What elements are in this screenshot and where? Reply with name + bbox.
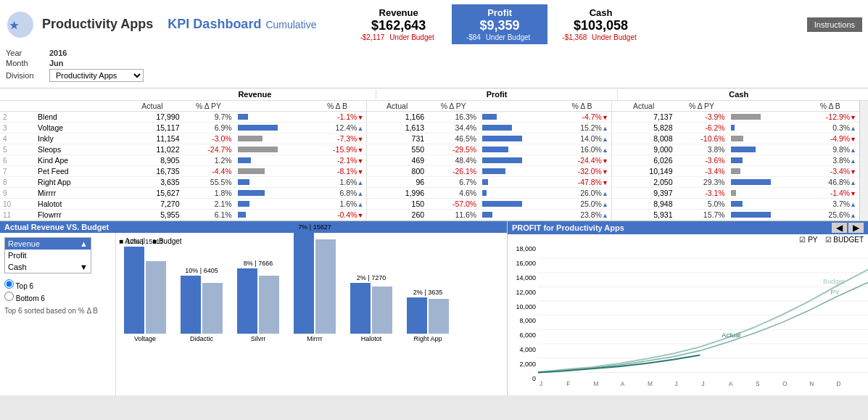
instructions-button[interactable]: Instructions — [807, 17, 862, 32]
month-label: Month — [6, 59, 49, 67]
revenue-metric: Revenue $162,643 -$2,117 Under Budget — [345, 4, 451, 44]
cash-b: -12.9%▼ — [801, 112, 859, 123]
cash-delta-value: -$1,368 — [562, 33, 587, 41]
bottom6-radio-label[interactable]: Bottom 6 — [4, 292, 111, 302]
table-row: 2 Blend 17,990 9.7% -1.1%▼ 1,166 16.3% -… — [0, 112, 859, 123]
profit-label: Profit — [466, 7, 534, 18]
bottom6-radio[interactable] — [4, 292, 14, 301]
rev-py: 2.1% — [183, 199, 235, 210]
cash-py: 5.0% — [675, 199, 727, 210]
cash-bar — [728, 133, 801, 144]
table-row: 3 Voltage 15,117 6.9% 12.4%▲ 1,613 34.4%… — [0, 123, 859, 133]
table-row: 6 Kind Ape 8,905 1.2% -2.1%▼ 469 48.4% -… — [0, 155, 859, 166]
pro-bar — [479, 210, 553, 221]
svg-text:N: N — [809, 381, 814, 387]
table-row: 11 Flowrrr 5,955 6.1% -0.4%▼ 260 11.6% 2… — [0, 210, 859, 221]
bottom-left-panel: Actual Revenue VS. Budget Revenue ▲ Prof… — [0, 221, 508, 395]
rev-py-header: % Δ PY — [183, 101, 235, 112]
pro-b: 15.2%▲ — [553, 123, 611, 133]
app-name: Voltage — [35, 123, 122, 133]
bottom-right-panel: PROFIT for Productivity Apps ◀ ▶ ☑ PY ☑ … — [508, 221, 868, 395]
profit-delta-value: -$84 — [466, 33, 481, 41]
revenue-delta-value: -$2,117 — [360, 33, 384, 41]
division-select[interactable]: Productivity Apps — [49, 69, 144, 82]
rev-b: 12.4%▲ — [308, 123, 367, 133]
year-value: 2016 — [49, 49, 67, 57]
pro-bar — [479, 199, 553, 210]
cash-b: 9.8%▲ — [801, 144, 859, 155]
pro-b: 26.0%▲ — [553, 188, 611, 199]
svg-text:PY: PY — [830, 289, 839, 296]
revenue-value: $162,643 — [360, 18, 437, 33]
bar-x-label: Didactic — [190, 335, 213, 342]
bottom-section: Actual Revenue VS. Budget Revenue ▲ Prof… — [0, 221, 868, 395]
table-row: 9 Mirrrr 15,627 1.8% 6.8%▲ 1,996 4.6% 26… — [0, 188, 859, 199]
bar-actual — [294, 232, 314, 334]
cash-b: 3.8%▲ — [801, 155, 859, 166]
bar-budget — [315, 239, 336, 334]
bar-chart-bars: 12% | 15117 Voltage 10% | 6405 Didactic … — [119, 248, 504, 357]
bar-x-label: Right App — [413, 335, 442, 342]
pro-actual: 96 — [367, 177, 427, 188]
cash-b: -1.4%▼ — [801, 188, 859, 199]
bar-x-label: Silvrr — [251, 335, 266, 342]
cash-actual: 9,000 — [611, 144, 675, 155]
profit-delta: -$84 Under Budget — [466, 33, 534, 41]
cash-py: -3.4% — [675, 166, 727, 177]
bar-actual — [350, 283, 371, 334]
rev-b: -15.9%▼ — [308, 144, 367, 155]
pro-bar — [479, 144, 553, 155]
cash-b: 0.3%▲ — [801, 123, 859, 133]
bar-chart-title: Actual Revenue VS. Budget — [0, 221, 507, 233]
cash-actual: 5,828 — [611, 123, 675, 133]
rev-bar-header — [235, 101, 308, 112]
year-label: Year — [6, 49, 49, 57]
line-chart-svg-container: Actual Budget PY J F M A M J J A S O N D — [538, 245, 868, 395]
list-arrow: ▲ — [80, 239, 88, 248]
profit-option[interactable]: Profit — [5, 250, 91, 261]
pro-py: -29.5% — [427, 144, 479, 155]
rev-bar — [235, 155, 308, 166]
prev-arrow[interactable]: ◀ — [832, 223, 847, 233]
rev-actual: 11,022 — [122, 144, 182, 155]
svg-text:S: S — [756, 381, 760, 387]
revenue-status: Under Budget — [389, 33, 434, 41]
pro-actual: 731 — [367, 133, 427, 144]
cash-option[interactable]: Cash ▼ — [5, 261, 91, 273]
nav-arrows: ◀ ▶ — [832, 223, 864, 233]
bar-budget — [429, 299, 449, 334]
bar-group: 10% | 6405 Didactic — [175, 267, 228, 342]
scrollbar[interactable] — [859, 101, 868, 221]
cash-actual: 7,137 — [611, 112, 675, 123]
pro-bar — [479, 177, 553, 188]
pro-b: -24.4%▼ — [553, 155, 611, 166]
rev-b: 1.6%▲ — [308, 177, 367, 188]
cash-bar — [728, 210, 801, 221]
bar-actual — [237, 268, 257, 334]
pro-py: 4.6% — [427, 188, 479, 199]
profit-chart-title: PROFIT for Productivity Apps ◀ ▶ — [508, 221, 868, 234]
header: ★ Productivity Apps KPI Dashboard Cumula… — [0, 0, 868, 46]
num-col-header — [0, 101, 35, 112]
row-num: 5 — [0, 144, 35, 155]
cash-actual: 10,149 — [611, 166, 675, 177]
metric-select-list[interactable]: Revenue ▲ Profit Cash ▼ — [4, 237, 91, 273]
cash-bar — [728, 144, 801, 155]
rev-py: 6.1% — [183, 210, 235, 221]
rev-py: 1.2% — [183, 155, 235, 166]
line-chart-legend: ☑ PY ☑ BUDGET — [508, 234, 868, 245]
svg-text:★: ★ — [9, 20, 19, 31]
bar-group: 8% | 7666 Silvrr — [232, 260, 284, 342]
bar-group: 7% | 15627 Mirrrr — [289, 223, 341, 342]
cash-b: -4.9%▼ — [801, 133, 859, 144]
rev-actual: 15,117 — [122, 123, 182, 133]
table-row: 4 Inkly 11,154 -3.0% -7.3%▼ 731 46.5% 14… — [0, 133, 859, 144]
app-name: Flowrrr — [35, 210, 122, 221]
rev-actual: 15,627 — [122, 188, 182, 199]
top6-radio[interactable] — [4, 279, 14, 289]
next-arrow[interactable]: ▶ — [848, 223, 864, 233]
cash-b: 46.8%▲ — [801, 177, 859, 188]
svg-text:O: O — [782, 381, 788, 387]
rev-bar — [235, 177, 308, 188]
top6-radio-label[interactable]: Top 6 — [4, 279, 111, 290]
